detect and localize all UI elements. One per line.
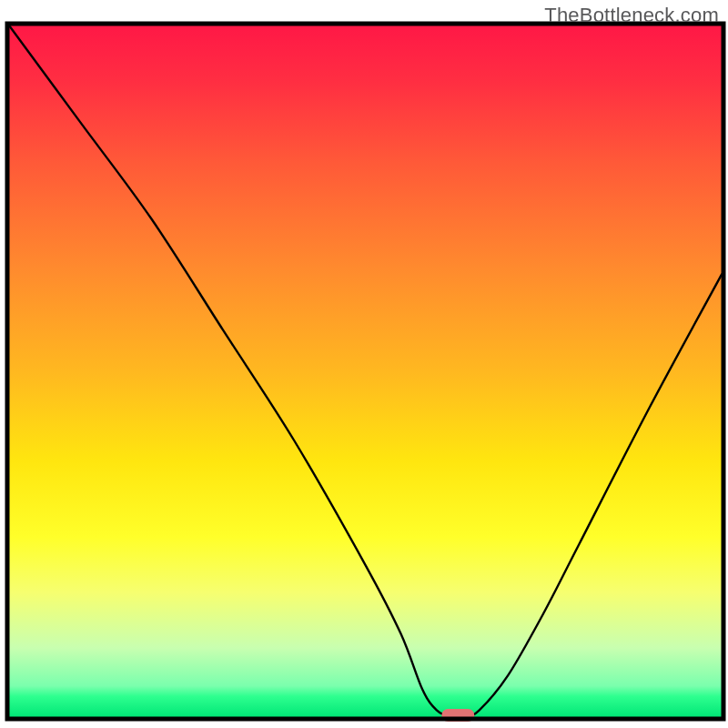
chart-container: TheBottleneck.com [0,0,728,728]
bottleneck-chart [0,0,728,728]
plot-background [9,25,722,717]
watermark-text: TheBottleneck.com [544,4,719,27]
